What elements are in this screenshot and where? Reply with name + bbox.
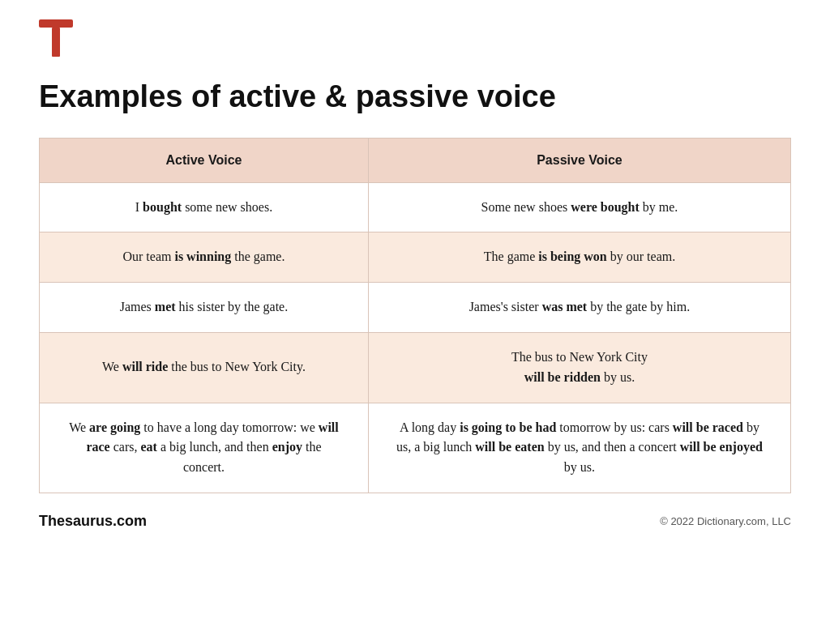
passive-voice-cell: James's sister was met by the gate by hi… (368, 283, 790, 333)
table-header-row: Active Voice Passive Voice (40, 138, 791, 182)
page-title: Examples of active & passive voice (39, 79, 791, 115)
thesaurus-logo-icon (39, 19, 73, 57)
svg-rect-1 (52, 28, 60, 57)
voice-table: Active Voice Passive Voice I bought some… (39, 138, 791, 493)
active-voice-cell: I bought some new shoes. (40, 182, 369, 232)
footer-copyright: © 2022 Dictionary.com, LLC (660, 515, 791, 527)
table-row: We will ride the bus to New York City.Th… (40, 333, 791, 403)
table-row: Our team is winning the game.The game is… (40, 232, 791, 283)
active-voice-cell: James met his sister by the gate. (40, 283, 369, 333)
active-voice-cell: We are going to have a long day tomorrow… (40, 403, 369, 493)
passive-voice-cell: The game is being won by our team. (368, 232, 790, 283)
table-row: I bought some new shoes.Some new shoes w… (40, 182, 791, 232)
passive-voice-cell: Some new shoes were bought by me. (368, 182, 790, 232)
active-voice-cell: Our team is winning the game. (40, 232, 369, 283)
svg-rect-0 (39, 19, 73, 28)
footer-brand: Thesaurus.com (39, 513, 147, 530)
logo-container (39, 19, 791, 60)
table-row: We are going to have a long day tomorrow… (40, 403, 791, 493)
passive-voice-cell: The bus to New York Citywill be ridden b… (368, 333, 790, 403)
table-body: I bought some new shoes.Some new shoes w… (40, 182, 791, 493)
passive-voice-cell: A long day is going to be had tomorrow b… (368, 403, 790, 493)
active-voice-cell: We will ride the bus to New York City. (40, 333, 369, 403)
footer: Thesaurus.com © 2022 Dictionary.com, LLC (39, 513, 791, 530)
table-row: James met his sister by the gate.James's… (40, 283, 791, 333)
column-header-passive: Passive Voice (368, 138, 790, 182)
column-header-active: Active Voice (40, 138, 369, 182)
